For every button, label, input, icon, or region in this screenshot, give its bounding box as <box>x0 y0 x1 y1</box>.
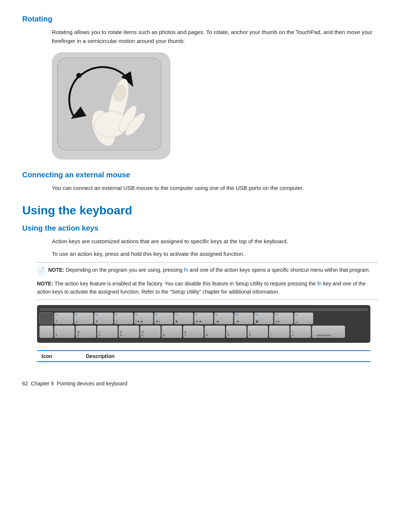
key-7: & 7 <box>183 325 204 338</box>
key-f6: f6 ►| <box>154 312 173 324</box>
key-f8: f8 ►► <box>194 312 213 324</box>
key-f4: f4 □ <box>114 312 133 324</box>
key-backspace: ← backspace <box>312 325 345 338</box>
key-f7: f7 ■ <box>174 312 193 324</box>
connecting-heading: Connecting an external mouse <box>22 171 378 179</box>
keyboard-image: f1 ? f2 ☼ f3 ✦ f4 □ f5 |◄◄ <box>37 305 370 343</box>
table-col-description: Description <box>81 351 370 362</box>
note1-icon: 📄 <box>37 267 45 275</box>
action-keys-heading: Using the action keys <box>22 224 378 232</box>
table-col-icon: Icon <box>37 351 81 362</box>
key-6: ^ 6 <box>161 325 182 338</box>
rotating-image <box>52 52 170 160</box>
key-2: @ 2 <box>76 325 96 338</box>
page-number: 62 <box>22 381 28 387</box>
fn-key-row: f1 ? f2 ☼ f3 ✦ f4 □ f5 |◄◄ <box>39 312 368 324</box>
key-1: ! 1 <box>54 325 75 338</box>
note2-body1: The action key feature is enabled at the… <box>54 281 317 287</box>
key-f2: f2 ☼ <box>74 312 93 324</box>
svg-point-1 <box>76 73 81 78</box>
rotating-description: Rotating allows you to rotate items such… <box>52 28 378 46</box>
note2-fn: fn <box>317 281 322 287</box>
note1-body2: and one of the action keys opens a speci… <box>188 267 370 273</box>
key-prtsc: prt sc <box>294 312 313 324</box>
key-5: % 5 <box>140 325 161 338</box>
key-minus: _ - <box>269 325 290 338</box>
action-keys-para1: Action keys are customized actions that … <box>52 237 378 246</box>
num-key-row: ~ ` ! 1 @ 2 # 3 $ 4 % 5 <box>39 325 368 338</box>
connecting-section: Connecting an external mouse You can con… <box>22 171 378 193</box>
key-f10: f10 -► <box>234 312 253 324</box>
key-esc <box>39 312 53 324</box>
keyboard-top-bar <box>39 308 368 311</box>
key-tilde: ~ ` <box>39 325 53 338</box>
rotating-heading: Rotating <box>22 15 378 23</box>
action-keys-para2: To use an action key, press and hold thi… <box>52 250 378 258</box>
key-3: # 3 <box>97 325 118 338</box>
note2-box: NOTE: The action key feature is enabled … <box>37 280 378 300</box>
note1-body1: Depending on the program you are using, … <box>66 267 184 273</box>
key-4: $ 4 <box>119 325 139 338</box>
keyboard-section: Using the keyboard Using the action keys… <box>22 204 378 362</box>
note1-fn: fn <box>184 267 189 273</box>
connecting-description: You can connect an external USB mouse to… <box>52 184 378 193</box>
key-8: * 8 <box>204 325 225 338</box>
rotating-svg <box>54 54 169 158</box>
key-f5: f5 |◄◄ <box>134 312 153 324</box>
icon-table: Icon Description <box>37 350 370 362</box>
note1-box: 📄 NOTE: Depending on the program you are… <box>37 262 378 275</box>
table-header: Icon Description <box>37 351 370 362</box>
table-header-row: Icon Description <box>37 351 370 362</box>
rotating-section: Rotating Rotating allows you to rotate i… <box>22 15 378 160</box>
keyboard-main-heading: Using the keyboard <box>22 204 378 217</box>
footer-chapter: Chapter 9 <box>31 381 54 387</box>
key-equals: + = <box>290 325 311 338</box>
key-f12: f12 byt <box>274 312 293 324</box>
key-0: ) 0 <box>247 325 268 338</box>
note1-label: NOTE: <box>48 267 64 273</box>
key-9: ( 9 <box>226 325 247 338</box>
note2-label: NOTE: <box>37 281 53 287</box>
footer-title: Pointing devices and keyboard <box>57 381 127 387</box>
rotating-image-container <box>52 52 378 160</box>
key-f11: f11 ◉ <box>254 312 273 324</box>
key-f3: f3 ✦ <box>94 312 113 324</box>
note1-text: NOTE: Depending on the program you are u… <box>48 266 370 274</box>
footer: 62 Chapter 9 Pointing devices and keyboa… <box>22 381 378 387</box>
note2-text: NOTE: The action key feature is enabled … <box>37 280 378 296</box>
key-f9: f9 ◄- <box>214 312 233 324</box>
key-f1: f1 ? <box>54 312 73 324</box>
